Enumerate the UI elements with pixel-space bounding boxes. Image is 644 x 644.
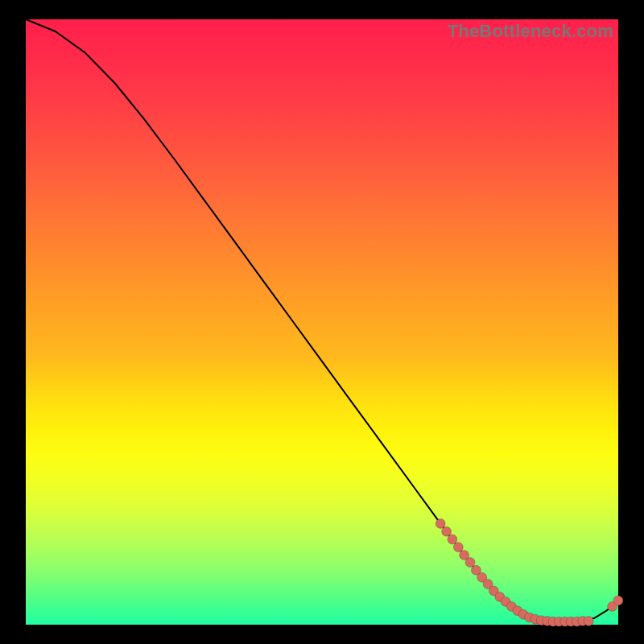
scatter-dot: [442, 526, 452, 536]
curve-line: [26, 19, 618, 621]
scatter-dot: [448, 535, 457, 544]
scatter-dot: [613, 596, 623, 605]
plot-area: TheBottleneck.com: [26, 19, 618, 625]
chart-svg: [26, 19, 618, 625]
scatter-dot: [436, 518, 445, 528]
scatter-dots: [436, 518, 623, 626]
scatter-dot: [584, 617, 593, 626]
scatter-dot: [453, 543, 463, 552]
chart-stage: TheBottleneck.com: [0, 0, 644, 644]
scatter-dot: [465, 558, 475, 568]
